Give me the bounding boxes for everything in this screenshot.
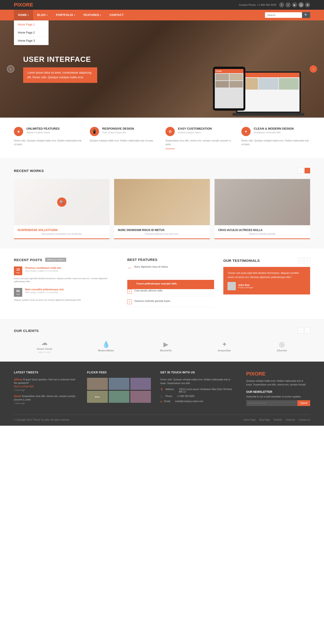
post-category-0: Web Design, Graphic | 8 Comments	[25, 270, 118, 272]
post-title-0: Vivamus vestibulum nulla nec	[25, 266, 118, 269]
hero-prev-button[interactable]: ‹	[7, 65, 14, 73]
facebook-icon[interactable]: f	[279, 2, 284, 8]
nav-item-portfolio[interactable]: PORTFOLIO ▾	[52, 10, 80, 20]
tweet-0: @Sicsy Hi guys! Quick question. How can …	[14, 378, 78, 391]
flickr-thumb-2[interactable]	[130, 378, 151, 390]
clients-grid: ☁ Smart Cloud tagline sit amet 💧 ModernW…	[14, 339, 310, 353]
post-item-0: 10 mar Vivamus vestibulum nulla nec Web …	[14, 266, 118, 283]
twitter-icon[interactable]: t	[286, 2, 291, 8]
plus-icon-2: +	[127, 300, 132, 304]
featured-title: Nunc dignissim risus id metus.	[134, 265, 214, 268]
hero-content: USER INTERFACE Lorem ipsum dolor sit ame…	[0, 55, 97, 83]
flickr-thumb-5[interactable]	[130, 391, 151, 403]
footer-link-contact[interactable]: Contact Us	[299, 418, 310, 421]
feature-subtitle-2: Inodum inodum maurs	[178, 131, 212, 134]
search-input[interactable]	[265, 12, 302, 18]
works-prev-arrow[interactable]: ‹	[298, 168, 304, 174]
chevron-down-icon: ▾	[74, 14, 75, 16]
footer: LATEST TWEETS @Sicsy Hi guys! Quick ques…	[0, 362, 324, 426]
work-item-1: NUNC DIGNISSIM RISUS ID METUS Praesent p…	[114, 179, 210, 239]
tablet-screen: PIXORE	[215, 69, 244, 108]
phone-icon: 📞	[160, 395, 164, 398]
tweet-1: @user Suspendisse uma nibh, viverra non,…	[14, 394, 78, 404]
client-1: 💧 ModernWater	[98, 340, 114, 352]
nav-search: 🔍	[265, 12, 310, 18]
testimonials-prev[interactable]: ‹	[298, 258, 304, 263]
testimonials-next[interactable]: ›	[304, 258, 310, 263]
hero-next-button[interactable]: ›	[310, 65, 317, 73]
newsletter-desc: Subscribe to our e-mail newsletter to re…	[246, 396, 310, 398]
author-avatar	[228, 282, 236, 290]
work-image-0: 🔍	[14, 179, 110, 225]
author-info: John Doe Project Manager	[238, 284, 254, 289]
works-next-arrow[interactable]: ›	[304, 168, 310, 174]
flickr-thumb-0[interactable]	[87, 378, 108, 390]
work-overlay-0: 🔍	[14, 179, 110, 225]
latest-tweets-column: LATEST TWEETS @Sicsy Hi guys! Quick ques…	[14, 371, 78, 408]
feature-title-0: UNLIMITED FEATURES	[26, 127, 60, 131]
client-name-1: ModernWater	[98, 349, 114, 352]
logo: PIXORE	[14, 2, 33, 8]
top-right: Contact Phone: +1 800 450 6935 f t ▶ ◎ ✿	[239, 2, 310, 8]
flickr-thumb-1[interactable]	[109, 378, 129, 390]
clients-nav: ‹ ›	[298, 328, 310, 333]
address-value: 15512 Lorem ipsum Vestibulum Mea Dolor S…	[179, 388, 237, 393]
responsive-icon: 📱	[90, 127, 99, 136]
dropdown-item-home1[interactable]: Home Page 1	[14, 20, 48, 29]
footer-logo: PIXORE	[246, 371, 310, 377]
best-features-title: BEST FEATURES	[127, 258, 214, 262]
work-item-2: CRAS IACULIS ULTRICES NULLA Vivamus mole…	[214, 179, 310, 239]
feature-desc-1: Quisque volutpat mattis eros. Nullam mal…	[90, 139, 159, 142]
search-button[interactable]: 🔍	[302, 12, 310, 18]
hero-devices: PIXORE	[213, 30, 301, 118]
newsletter-submit-button[interactable]: Submit	[298, 400, 310, 406]
globe-icon[interactable]: ◎	[298, 2, 304, 8]
clients-prev[interactable]: ‹	[298, 328, 304, 333]
work-info-1: NUNC DIGNISSIM RISUS ID METUS Praesent p…	[114, 225, 210, 239]
dropdown-item-home3[interactable]: Home Page 3	[14, 37, 48, 45]
vine-icon[interactable]: ✿	[305, 2, 310, 8]
footer-link-blog[interactable]: Blog Page	[259, 418, 270, 421]
post-header-0: 10 mar Vivamus vestibulum nulla nec Web …	[14, 266, 118, 275]
clients-next[interactable]: ›	[304, 328, 310, 333]
plus-icon-1: +	[127, 289, 132, 294]
client-3: ✦ AmazeStar	[218, 340, 231, 352]
testimonials-header: OUR TESTIMONIALS ‹ ›	[223, 258, 310, 263]
clients-header: OUR CLIENTS ‹ ›	[14, 328, 310, 333]
work-desc-1: Praesent placerat risus quis eros.	[118, 233, 206, 235]
work-item-0: 🔍 SUSPENDISSE SOLLICITUDIN Sed posuere c…	[14, 179, 110, 239]
nav-item-contact[interactable]: CONTACT	[105, 10, 128, 20]
feature-desc-3: Donec odio. Quisque volutpat mattis eros…	[242, 139, 310, 146]
plus-icon-0: +	[130, 282, 134, 287]
footer-link-features[interactable]: Features	[286, 418, 295, 421]
client-icon-3: ✦	[222, 340, 227, 348]
view-all-button[interactable]: View all post »	[45, 258, 66, 262]
youtube-icon[interactable]: ▶	[292, 2, 297, 8]
nav-item-blog[interactable]: BLOG ▾	[33, 10, 52, 20]
post-date-0: 10 mar	[14, 266, 22, 275]
client-icon-2: ▶	[164, 340, 168, 348]
clean-icon: ✦	[242, 127, 251, 136]
footer-link-home[interactable]: Home Page	[243, 418, 256, 421]
nav-item-features[interactable]: FEATURES ▾	[80, 10, 105, 20]
testimonials-title: OUR TESTIMONIALS	[223, 258, 260, 262]
flickr-grid: Enter	[87, 378, 151, 403]
tweet-link-0[interactable]: http://t.co/Fqhn4Q0	[14, 385, 34, 388]
nav-item-home[interactable]: HOME ▾	[14, 10, 33, 20]
footer-link-portfolio[interactable]: Portfolio	[274, 418, 282, 421]
brand-desc: Quisque volutpat mattis eros. Nullam mal…	[246, 379, 310, 386]
clients-title: OUR CLIENTS	[14, 329, 39, 333]
testimonial-author: John Doe Project Manager	[228, 282, 306, 290]
tweet-text-1: @user Suspendisse uma nibh, viverra non,…	[14, 394, 78, 402]
dropdown-item-home2[interactable]: Home Page 2	[14, 29, 48, 37]
client-icon-4: ◎	[279, 340, 285, 348]
newsletter-input[interactable]	[246, 400, 298, 406]
flickr-thumb-3[interactable]: Enter	[87, 391, 108, 403]
logo-main: PIX	[14, 2, 22, 8]
author-role: Project Manager	[238, 286, 254, 289]
work-desc-2: Vivamus molestie gravida.	[218, 233, 306, 235]
search-icon[interactable]: 🔍	[57, 198, 66, 207]
email-label: Email:	[164, 400, 170, 402]
work-name-2: CRAS IACULIS ULTRICES NULLA	[218, 228, 306, 232]
flickr-thumb-4[interactable]	[109, 391, 129, 403]
